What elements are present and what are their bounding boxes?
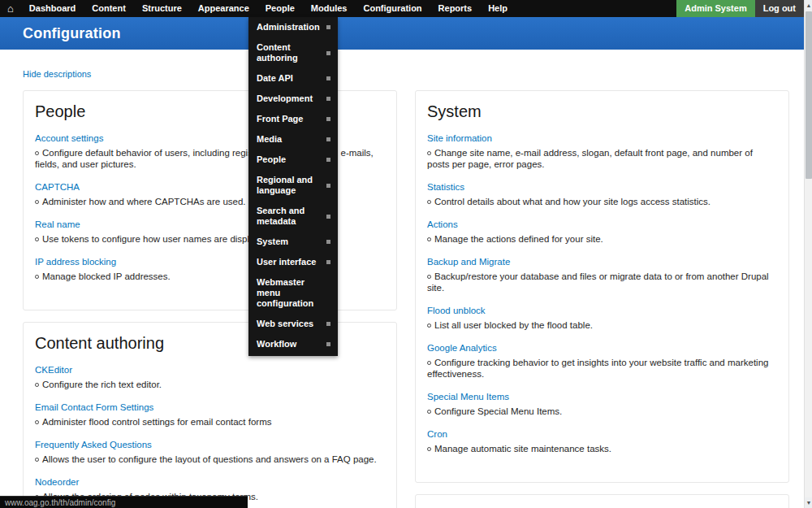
- menu-item-development[interactable]: Development: [248, 89, 338, 109]
- bullet-icon: [427, 200, 431, 204]
- submenu-indicator-icon: [326, 97, 330, 101]
- config-link-frequently-asked-questions[interactable]: Frequently Asked Questions: [35, 440, 152, 449]
- config-description: Administer flood control settings for em…: [35, 416, 385, 428]
- toolbar-item-reports[interactable]: Reports: [430, 0, 481, 17]
- config-item: Email Contact Form Settings Administer f…: [35, 399, 385, 428]
- config-link-backup-and-migrate[interactable]: Backup and Migrate: [427, 257, 510, 267]
- right-column: System Site information Change site name…: [415, 90, 789, 508]
- panel-title: System: [427, 102, 777, 121]
- menu-item-date-api[interactable]: Date API: [248, 68, 338, 89]
- submenu-indicator-icon: [326, 215, 330, 219]
- scroll-down-icon[interactable]: ▼: [805, 497, 812, 508]
- menu-item-search-and-metadata[interactable]: Search and metadata: [248, 201, 338, 232]
- menu-item-web-services[interactable]: Web services: [248, 314, 338, 334]
- menu-item-media[interactable]: Media: [248, 129, 338, 150]
- bullet-icon: [427, 410, 431, 414]
- menu-item-label: Media: [257, 134, 282, 145]
- submenu-indicator-icon: [326, 51, 330, 55]
- hide-descriptions-link[interactable]: Hide descriptions: [23, 69, 91, 79]
- config-item: Site information Change site name, e-mai…: [427, 130, 777, 170]
- panel-content-authoring: Content authoring CKEditor Configure the…: [23, 322, 397, 508]
- config-link-email-contact-form-settings[interactable]: Email Contact Form Settings: [35, 402, 153, 412]
- config-link-nodeorder[interactable]: Nodeorder: [35, 477, 79, 487]
- main-content: Hide descriptions People Account setting…: [0, 50, 804, 508]
- config-description: Allows the user to configure the layout …: [35, 454, 385, 465]
- toolbar-item-content[interactable]: Content: [84, 0, 134, 17]
- config-link-statistics[interactable]: Statistics: [427, 182, 464, 192]
- submenu-indicator-icon: [326, 240, 330, 244]
- home-icon[interactable]: ⌂: [0, 0, 21, 17]
- config-link-actions[interactable]: Actions: [427, 219, 458, 229]
- menu-item-label: Content authoring: [257, 42, 322, 63]
- scroll-up-icon[interactable]: ▲: [805, 0, 812, 11]
- config-link-account-settings[interactable]: Account settings: [35, 133, 103, 143]
- bullet-icon: [35, 275, 39, 279]
- config-description: Control details about what and how your …: [427, 196, 777, 207]
- bullet-icon: [427, 151, 431, 155]
- menu-item-label: User interface: [257, 257, 316, 267]
- config-item: Cron Manage automatic site maintenance t…: [427, 426, 777, 454]
- scrollbar-thumb[interactable]: [806, 11, 812, 179]
- menu-item-content-authoring[interactable]: Content authoring: [248, 37, 338, 68]
- menu-item-label: Search and metadata: [257, 206, 322, 227]
- bullet-icon: [427, 323, 431, 328]
- panel-system: System Site information Change site name…: [415, 90, 789, 483]
- menu-item-label: Webmaster menu configuration: [257, 277, 330, 309]
- config-link-real-name[interactable]: Real name: [35, 219, 80, 229]
- config-item: Google Analytics Configure tracking beha…: [427, 340, 777, 380]
- menu-item-regional-and-language[interactable]: Regional and language: [248, 170, 338, 201]
- menu-item-front-page[interactable]: Front Page: [248, 109, 338, 129]
- config-item: Frequently Asked Questions Allows the us…: [35, 436, 385, 465]
- bullet-icon: [35, 237, 39, 241]
- logout-button[interactable]: Log out: [755, 0, 804, 17]
- submenu-indicator-icon: [326, 137, 330, 141]
- bullet-icon: [427, 275, 431, 279]
- config-description: Configure tracking behavior to get insig…: [427, 357, 777, 380]
- page-title: Configuration: [0, 17, 804, 42]
- menu-item-label: Administration: [257, 22, 320, 33]
- config-description: Backup/restore your database and files o…: [427, 271, 777, 293]
- menu-item-system[interactable]: System: [248, 232, 338, 252]
- config-link-ckeditor[interactable]: CKEditor: [35, 365, 72, 375]
- menu-item-label: Date API: [257, 73, 293, 84]
- toolbar-item-configuration[interactable]: Configuration: [355, 0, 430, 17]
- menu-item-workflow[interactable]: Workflow: [248, 334, 338, 354]
- config-link-google-analytics[interactable]: Google Analytics: [427, 343, 497, 353]
- menu-item-label: Regional and language: [257, 175, 322, 196]
- menu-item-user-interface[interactable]: User interface: [248, 252, 338, 272]
- toolbar-item-people[interactable]: People: [257, 0, 303, 17]
- submenu-indicator-icon: [326, 158, 330, 162]
- admin-system-button[interactable]: Admin System: [676, 0, 754, 17]
- menu-item-administration[interactable]: Administration: [248, 17, 338, 37]
- vertical-scrollbar[interactable]: ▲ ▼: [804, 0, 812, 508]
- configuration-dropdown-menu: Administration Content authoring Date AP…: [248, 17, 338, 356]
- config-description: Change site name, e-mail address, slogan…: [427, 147, 777, 170]
- menu-item-people[interactable]: People: [248, 150, 338, 170]
- config-description: Manage automatic site maintenance tasks.: [427, 443, 777, 454]
- menu-item-label: Workflow: [257, 339, 296, 350]
- config-description: Configure Special Menu Items.: [427, 406, 777, 417]
- submenu-indicator-icon: [326, 76, 330, 80]
- config-item: Special Menu Items Configure Special Men…: [427, 389, 777, 417]
- left-column: People Account settings Configure defaul…: [23, 90, 397, 508]
- config-link-cron[interactable]: Cron: [427, 429, 447, 439]
- toolbar-item-modules[interactable]: Modules: [303, 0, 356, 17]
- config-item: Backup and Migrate Backup/restore your d…: [427, 254, 777, 293]
- config-description: List all user blocked by the flood table…: [427, 319, 777, 331]
- config-link-flood-unblock[interactable]: Flood unblock: [427, 306, 486, 315]
- config-link-special-menu-items[interactable]: Special Menu Items: [427, 392, 509, 402]
- submenu-indicator-icon: [326, 260, 330, 264]
- config-link-ip-address-blocking[interactable]: IP address blocking: [35, 257, 116, 267]
- bullet-icon: [35, 383, 39, 387]
- toolbar-item-dashboard[interactable]: Dashboard: [21, 0, 84, 17]
- toolbar-item-help[interactable]: Help: [480, 0, 516, 17]
- menu-item-label: Front Page: [257, 114, 303, 124]
- config-link-site-information[interactable]: Site information: [427, 133, 492, 143]
- menu-item-webmaster-menu-configuration[interactable]: Webmaster menu configuration: [248, 272, 338, 314]
- toolbar-item-structure[interactable]: Structure: [134, 0, 190, 17]
- bullet-icon: [427, 447, 431, 451]
- bullet-icon: [35, 151, 39, 155]
- toolbar-item-appearance[interactable]: Appearance: [190, 0, 257, 17]
- config-link-captcha[interactable]: CAPTCHA: [35, 182, 80, 192]
- config-item: CKEditor Configure the rich text editor.: [35, 362, 385, 390]
